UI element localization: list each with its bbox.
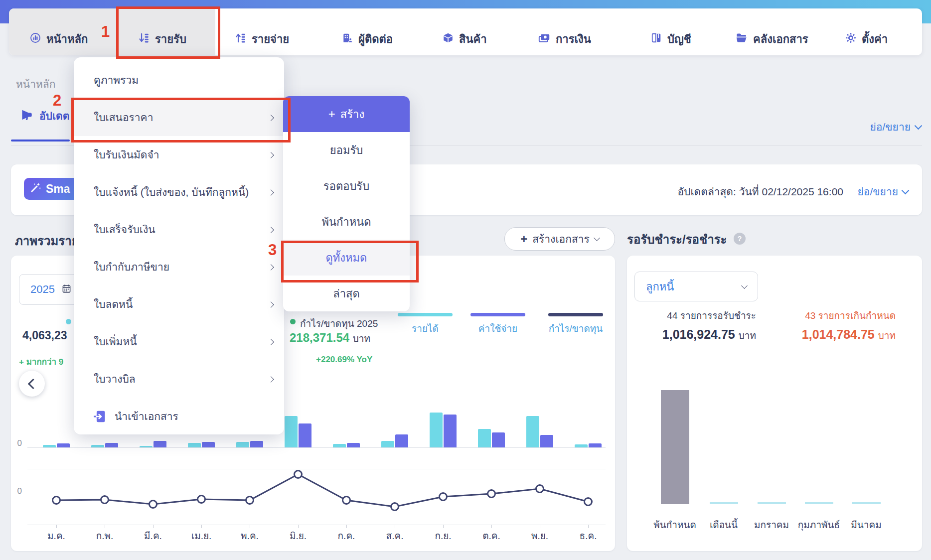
- annotation-number-1: 1: [101, 23, 110, 41]
- x-axis-label: มี.ค.: [133, 528, 173, 543]
- legend-item-1[interactable]: รายได้: [398, 313, 453, 336]
- income-bar: [43, 445, 56, 447]
- nav-item-label: การเงิน: [556, 30, 591, 48]
- x-axis-label: ส.ค.: [375, 528, 415, 543]
- help-icon[interactable]: ?: [734, 233, 746, 245]
- x-axis-line: [27, 525, 606, 525]
- x-axis-label: พ.ค.: [230, 528, 270, 543]
- gridline: [27, 494, 606, 494]
- right-x-axis-label: เดือนนี้: [696, 517, 751, 532]
- last-updated-text: อัปเดตล่าสุด: วันที่ 02/12/2025 16:00: [678, 183, 844, 200]
- megaphone-icon: [20, 109, 33, 123]
- menu-item-label: ดูภาพรวม: [94, 72, 139, 88]
- bar-baseline: [27, 447, 606, 448]
- income-bar: [526, 416, 539, 447]
- nav-item-label: บัญชี: [667, 30, 691, 48]
- settings-icon: [845, 32, 856, 45]
- plus-icon: +: [328, 107, 335, 121]
- nav-item-1[interactable]: หน้าหลัก: [30, 26, 88, 51]
- expense-bar: [444, 415, 457, 447]
- nav-item-2[interactable]: รายรับ: [139, 26, 186, 51]
- pending-amount: 1,016,924.75 บาท: [626, 327, 756, 343]
- smart-badge-label: Sma: [46, 182, 70, 196]
- expense-bar: [57, 443, 70, 447]
- menu-item-label: ใบรับเงินมัดจำ: [94, 146, 159, 163]
- tab-update[interactable]: อัปเดต: [20, 108, 69, 124]
- submenu-item-5[interactable]: ล่าสุด: [283, 276, 410, 311]
- submenu-items: ยอมรับรอตอบรับพ้นกำหนดดูทั้งหมดล่าสุด: [283, 132, 410, 311]
- menu-item-9[interactable]: ใบวางบิล: [74, 360, 284, 398]
- menu-item-label: ใบแจ้งหนี้ (ใบส่งของ, บันทึกลูกหนี้): [94, 184, 249, 200]
- chevron-down-icon: [902, 187, 910, 195]
- menu-item-3[interactable]: ใบรับเงินมัดจำ: [74, 136, 284, 173]
- receivables-section-title: รอรับชำระ/รอชำระ: [627, 230, 727, 249]
- bar-axis-zero: 0: [5, 438, 22, 448]
- x-axis-tick: [491, 525, 492, 528]
- chevron-right-icon: [269, 337, 273, 346]
- nav-item-label: ผู้ติดต่อ: [358, 30, 393, 48]
- x-axis-tick: [105, 525, 105, 528]
- nav-item-9[interactable]: ตั้งค่า: [845, 26, 888, 51]
- chevron-down-icon: [915, 122, 923, 130]
- menu-item-2[interactable]: ใบเสนอราคา: [74, 99, 284, 136]
- nav-item-5[interactable]: สินค้า: [443, 26, 487, 51]
- banner-collapse-toggle[interactable]: ย่อ/ขยาย: [857, 183, 908, 200]
- nav-item-8[interactable]: คลังเอกสาร: [736, 26, 808, 51]
- menu-item-10[interactable]: นำเข้าเอกสาร: [74, 398, 284, 435]
- menu-item-6[interactable]: ใบกำกับภาษีขาย: [74, 248, 284, 285]
- menu-item-4[interactable]: ใบแจ้งหนี้ (ใบส่งของ, บันทึกลูกหนี้): [74, 173, 284, 211]
- expense-bar: [105, 443, 118, 447]
- menu-item-1[interactable]: ดูภาพรวม: [74, 61, 284, 99]
- x-axis-tick: [395, 525, 395, 528]
- expense-bar: [299, 423, 311, 447]
- income-bar: [236, 442, 249, 447]
- menu-item-8[interactable]: ใบเพิ่มหนี้: [74, 323, 284, 360]
- revenue-legend-dot: [66, 319, 71, 324]
- income-bar: [333, 444, 346, 447]
- x-axis-label: ม.ค.: [36, 528, 76, 543]
- expense-bar: [395, 434, 408, 447]
- overdue-stat: 43 รายการเกินกำหนด 1,014,784.75 บาท: [766, 308, 896, 343]
- create-quotation-button[interactable]: + สร้าง: [283, 96, 410, 132]
- right-x-axis-label: มกราคม: [744, 517, 799, 532]
- menu-item-label: ใบลดหนี้: [94, 296, 133, 312]
- x-axis-label: ก.ค.: [326, 528, 366, 543]
- right-x-axis-label: พ้นกำหนด: [647, 517, 702, 532]
- collapse-expand-label: ย่อ/ขยาย: [870, 119, 911, 135]
- nav-item-7[interactable]: บัญชี: [651, 26, 691, 51]
- submenu-item-3[interactable]: พ้นกำหนด: [283, 204, 410, 240]
- debtor-filter-value: ลูกหนี้: [646, 278, 674, 295]
- menu-item-7[interactable]: ใบลดหนี้: [74, 285, 284, 323]
- nav-item-3[interactable]: รายจ่าย: [235, 26, 289, 51]
- expense-bar: [154, 441, 166, 447]
- legend-item-2[interactable]: ค่าใช้จ่าย: [470, 313, 525, 336]
- submenu-item-2[interactable]: รอตอบรับ: [283, 168, 410, 204]
- income-bar: [91, 445, 104, 447]
- banner-collapse-label: ย่อ/ขยาย: [857, 183, 898, 200]
- annotation-number-3: 3: [268, 241, 277, 259]
- breadcrumb[interactable]: หน้าหลัก: [16, 76, 55, 92]
- income-dropdown-menu: ดูภาพรวมใบเสนอราคาใบรับเงินมัดจำใบแจ้งหน…: [74, 57, 284, 434]
- x-axis-label: ก.ย.: [423, 528, 463, 543]
- x-axis-tick: [443, 525, 444, 528]
- debtor-filter-select[interactable]: ลูกหนี้: [634, 272, 758, 301]
- nav-item-6[interactable]: การเงิน: [538, 26, 591, 51]
- right-x-axis-label: กุมภาพันธ์: [791, 517, 846, 532]
- prev-period-button[interactable]: [19, 371, 45, 397]
- accounting-icon: [651, 32, 662, 45]
- legend-label: กำไร/ขาดทุน: [548, 321, 603, 336]
- x-axis-label: เม.ย.: [181, 528, 221, 543]
- main-navbar: หน้าหลักรายรับรายจ่ายผู้ติดต่อสินค้าการเ…: [9, 8, 922, 55]
- annotation-number-2: 2: [53, 92, 61, 110]
- create-document-button[interactable]: + สร้างเอกสาร: [504, 227, 615, 251]
- submenu-item-4[interactable]: ดูทั้งหมด: [283, 240, 410, 276]
- submenu-item-1[interactable]: ยอมรับ: [283, 132, 410, 168]
- menu-item-5[interactable]: ใบเสร็จรับเงิน: [74, 211, 284, 248]
- nav-item-4[interactable]: ผู้ติดต่อ: [342, 26, 393, 51]
- chevron-right-icon: [269, 113, 273, 122]
- collapse-expand-toggle[interactable]: ย่อ/ขยาย: [842, 119, 921, 135]
- legend-item-3[interactable]: กำไร/ขาดทุน: [548, 313, 603, 336]
- x-axis-label: ก.พ.: [85, 528, 125, 543]
- finance-icon: [538, 32, 550, 46]
- profit-stat-label: กำไร/ขาดทุน 2025: [300, 316, 378, 331]
